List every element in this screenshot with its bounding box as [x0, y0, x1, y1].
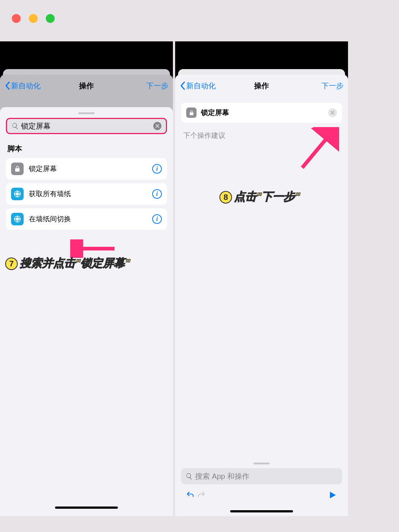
nav-title: 操作 — [79, 81, 94, 91]
chevron-left-icon — [4, 81, 10, 90]
next-button[interactable]: 下一步 — [146, 81, 168, 91]
search-placeholder: 搜索 App 和操作 — [195, 471, 338, 481]
search-icon — [185, 473, 193, 480]
wallpaper-icon — [11, 188, 24, 200]
x-icon — [156, 124, 159, 128]
action-lock-screen[interactable]: 锁定屏幕 i — [6, 158, 167, 180]
info-button[interactable]: i — [152, 214, 162, 224]
minimize-window-icon[interactable] — [29, 14, 38, 23]
action-label: 在墙纸间切换 — [29, 214, 152, 224]
lock-icon — [11, 163, 24, 175]
toolbar — [181, 484, 342, 504]
annotation-step-8: 8点击"下一步" — [219, 189, 300, 204]
back-button[interactable]: 新自动化 — [180, 81, 216, 91]
nav-bar: 新自动化 操作 下一步 — [0, 75, 173, 97]
play-icon — [329, 491, 337, 499]
search-input[interactable]: 锁定屏幕 — [6, 118, 167, 134]
chevron-left-icon — [180, 81, 185, 90]
section-header: 脚本 — [7, 144, 166, 154]
nav-title: 操作 — [254, 81, 269, 91]
content-area: 锁定屏幕 下个操作建议 — [175, 97, 348, 146]
nav-bar: 新自动化 操作 下一步 — [175, 75, 348, 97]
chevron-right-icon — [336, 133, 340, 139]
main-sheet: 新自动化 操作 下一步 锁定屏幕 — [175, 75, 348, 516]
selected-action-lock-screen[interactable]: 锁定屏幕 — [181, 103, 342, 123]
home-indicator[interactable] — [55, 507, 118, 509]
close-window-icon[interactable] — [12, 14, 21, 23]
annotation-arrow-icon — [70, 239, 118, 258]
next-button[interactable]: 下一步 — [321, 81, 344, 91]
lock-icon — [186, 108, 197, 118]
maximize-window-icon[interactable] — [46, 14, 55, 23]
search-sheet: 锁定屏幕 脚本 锁定屏幕 i 获取所有墙纸 i — [0, 107, 173, 516]
sheet-grabber[interactable] — [78, 112, 95, 114]
sheet-grabber[interactable] — [253, 463, 270, 464]
search-input[interactable]: 搜索 App 和操作 — [181, 468, 342, 484]
back-button[interactable]: 新自动化 — [4, 81, 41, 91]
play-button[interactable] — [327, 490, 338, 501]
bottom-panel: 搜索 App 和操作 — [175, 459, 348, 516]
wallpaper-icon — [11, 213, 24, 225]
action-switch-wallpaper[interactable]: 在墙纸间切换 i — [6, 208, 167, 230]
back-label: 新自动化 — [186, 81, 216, 91]
info-button[interactable]: i — [152, 164, 162, 174]
search-value: 锁定屏幕 — [21, 121, 153, 131]
info-button[interactable]: i — [152, 189, 162, 199]
action-get-wallpapers[interactable]: 获取所有墙纸 i — [6, 183, 167, 205]
window-traffic-lights — [12, 14, 55, 23]
redo-button — [196, 490, 207, 501]
action-label: 获取所有墙纸 — [29, 189, 152, 199]
token-label: 锁定屏幕 — [201, 108, 328, 117]
x-icon — [331, 111, 334, 115]
undo-icon — [186, 491, 195, 499]
suggest-label: 下个操作建议 — [183, 131, 225, 140]
back-label: 新自动化 — [11, 81, 41, 91]
phone-right: 新自动化 操作 下一步 锁定屏幕 — [175, 41, 348, 516]
action-label: 锁定屏幕 — [29, 164, 152, 174]
remove-action-button[interactable] — [328, 108, 337, 117]
search-icon — [11, 122, 19, 130]
redo-icon — [197, 491, 206, 499]
home-indicator[interactable] — [230, 510, 293, 512]
undo-button[interactable] — [185, 490, 196, 501]
clear-search-button[interactable] — [153, 122, 161, 130]
next-action-suggestions[interactable]: 下个操作建议 — [181, 131, 342, 140]
phone-left: 新自动化 操作 下一步 锁定屏幕 脚本 锁定屏幕 i — [0, 41, 173, 516]
